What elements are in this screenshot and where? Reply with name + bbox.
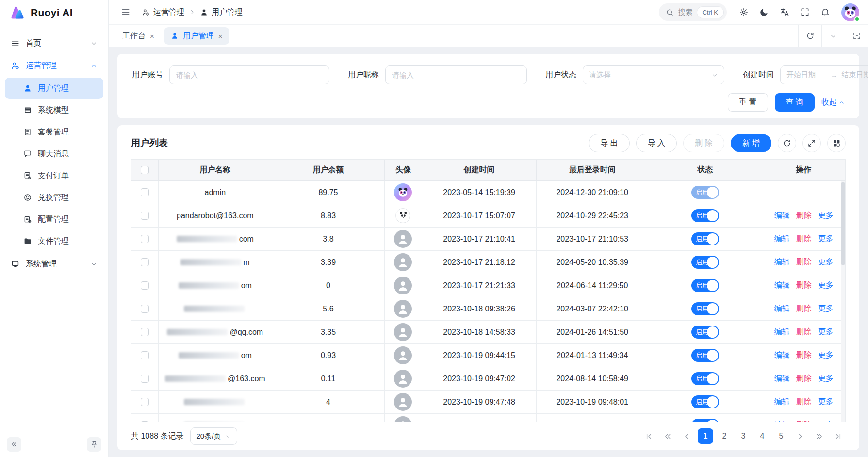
status-toggle[interactable]: 启用 [691,349,719,362]
delete-link[interactable]: 删除 [796,397,812,407]
page-size-select[interactable]: 20条/页 [190,427,237,445]
row-checkbox[interactable] [141,188,149,196]
more-link[interactable]: 更多 [818,234,834,244]
add-button[interactable]: 新 增 [731,134,771,152]
edit-link[interactable]: 编辑 [774,257,790,267]
more-link[interactable]: 更多 [818,374,834,384]
maximize-content-button[interactable] [845,25,868,47]
language-button[interactable] [776,4,793,20]
collapse-filter-link[interactable]: 收起 [821,98,845,108]
settings-button[interactable] [736,4,752,20]
edit-link[interactable]: 编辑 [774,374,790,384]
sidebar-subitem-folder-icon[interactable]: 文件管理 [5,230,103,252]
import-button[interactable]: 导 入 [636,134,677,152]
status-select[interactable]: 请选择 [583,65,724,84]
row-checkbox[interactable] [141,212,149,220]
toggle-sidebar-button[interactable] [117,4,134,20]
global-search[interactable]: 搜索 Ctrl K [659,3,727,21]
status-toggle[interactable]: 启用 [691,372,719,385]
select-all-checkbox[interactable] [141,166,149,174]
tab-menu-button[interactable] [821,25,845,47]
prev-page-button[interactable] [679,428,694,444]
row-checkbox[interactable] [141,375,149,383]
close-icon[interactable]: × [150,33,154,40]
date-range-picker[interactable]: 开始日期 → 结束日期 [780,65,868,84]
notifications-button[interactable] [817,4,834,20]
breadcrumb-user-management[interactable]: 用户管理 [200,7,243,17]
account-input[interactable] [169,65,329,84]
delete-link[interactable]: 删除 [796,211,812,221]
reset-button[interactable]: 重 置 [728,93,768,112]
more-link[interactable]: 更多 [818,350,834,360]
fullscreen-button[interactable] [797,4,813,20]
edit-link[interactable]: 编辑 [774,280,790,291]
row-checkbox[interactable] [141,398,149,406]
edit-link[interactable]: 编辑 [774,304,790,314]
delete-link[interactable]: 删除 [796,234,812,244]
page-button-2[interactable]: 2 [717,428,732,444]
delete-link[interactable]: 删除 [796,420,812,422]
sidebar-subitem-chat-icon[interactable]: 聊天消息 [5,143,103,164]
delete-link[interactable]: 删除 [796,280,812,291]
row-checkbox[interactable] [141,281,149,290]
column-settings-button[interactable] [827,134,846,152]
sidebar-item-operations[interactable]: 运营管理 [5,54,103,77]
sidebar-subitem-user-icon[interactable]: 用户管理 [5,78,103,99]
more-link[interactable]: 更多 [818,304,834,314]
tab-user-management[interactable]: 用户管理 × [164,27,229,45]
row-checkbox[interactable] [141,305,149,313]
page-button-1[interactable]: 1 [698,428,713,444]
refresh-tab-button[interactable] [798,25,821,47]
dark-mode-button[interactable] [756,4,772,20]
more-link[interactable]: 更多 [818,257,834,267]
edit-link[interactable]: 编辑 [774,211,790,221]
pin-sidebar-button[interactable] [87,437,101,452]
delete-link[interactable]: 删除 [796,374,812,384]
table-scrollbar[interactable] [841,181,845,422]
row-checkbox[interactable] [141,235,149,243]
delete-link[interactable]: 删除 [796,327,812,337]
row-checkbox[interactable] [141,351,149,359]
status-toggle[interactable]: 启用 [691,186,719,199]
delete-link[interactable]: 删除 [796,257,812,267]
edit-link[interactable]: 编辑 [774,234,790,244]
status-toggle[interactable]: 启用 [691,232,719,245]
nickname-input[interactable] [385,65,527,84]
more-link[interactable]: 更多 [818,211,834,221]
tab-workbench[interactable]: 工作台 × [115,27,161,45]
refresh-table-button[interactable] [778,134,796,152]
close-icon[interactable]: × [218,33,223,40]
status-toggle[interactable]: 启用 [691,395,719,408]
delete-link[interactable]: 删除 [796,304,812,314]
status-toggle[interactable]: 启用 [691,209,719,222]
edit-link[interactable]: 编辑 [774,397,790,407]
expand-table-button[interactable] [802,134,821,152]
sidebar-subitem-model-icon[interactable]: 系统模型 [5,99,103,121]
user-avatar[interactable] [841,3,859,21]
brand[interactable]: Ruoyi AI [0,0,108,25]
status-toggle[interactable]: 启用 [691,279,719,292]
collapse-sidebar-button[interactable] [7,437,21,452]
row-checkbox[interactable] [141,258,149,266]
sidebar-subitem-package-icon[interactable]: 套餐管理 [5,121,103,143]
status-toggle[interactable]: 启用 [691,419,719,422]
more-link[interactable]: 更多 [818,280,834,291]
status-toggle[interactable]: 启用 [691,326,719,339]
more-link[interactable]: 更多 [818,397,834,407]
sidebar-subitem-order-icon[interactable]: 支付订单 [5,165,103,186]
row-checkbox[interactable] [141,421,149,422]
more-link[interactable]: 更多 [818,420,834,422]
status-toggle[interactable]: 启用 [691,256,719,269]
page-button-5[interactable]: 5 [773,428,789,444]
delete-button[interactable]: 删 除 [683,134,724,152]
row-checkbox[interactable] [141,328,149,336]
status-toggle[interactable]: 启用 [691,302,719,315]
last-page-button[interactable] [830,428,846,444]
fast-forward-button[interactable] [811,428,827,444]
delete-link[interactable]: 删除 [796,350,812,360]
export-button[interactable]: 导 出 [589,134,629,152]
first-page-button[interactable] [641,428,656,444]
edit-link[interactable]: 编辑 [774,420,790,422]
fast-back-button[interactable] [660,428,675,444]
search-button[interactable]: 查 询 [775,93,815,112]
